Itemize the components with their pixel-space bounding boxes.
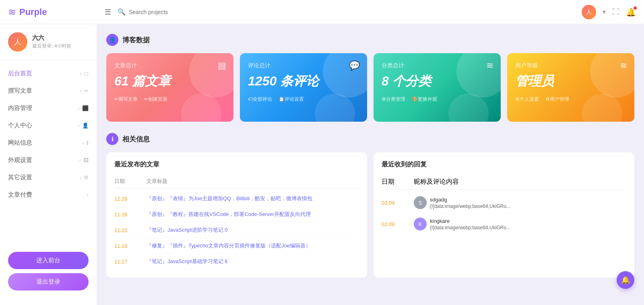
sidebar-item-dashboard[interactable]: 后台首页 ‹ ◻ [0, 65, 97, 82]
info-grid: 最近发布的文章 日期 文章标题 12.28 『原创』『表情』为Joe主题增加QQ… [106, 152, 634, 278]
logo-icon: ≋ [8, 6, 16, 18]
article-link[interactable]: 『原创』『表情』为Joe主题增加QQ，Bilibili，酷安，贴吧，微博表情包 [147, 195, 359, 202]
chevron-left-icon: ‹ [79, 157, 81, 163]
commenter-name: sdgadg [430, 197, 510, 203]
recent-comments-title: 最近收到的回复 [382, 160, 626, 169]
comments-table: 日期 昵称及评论内容 02.09 S sdgadg {![data:image/… [382, 174, 626, 235]
floating-bell-icon: 🔔 [621, 276, 630, 284]
personal-settings-link[interactable]: ⚙个人设置 [515, 96, 539, 103]
sidebar-item-site-info[interactable]: 网站信息 ‹ ℹ [0, 134, 97, 151]
col-date-label: 日期 [382, 178, 414, 186]
frontend-button[interactable]: 进入前台 [8, 252, 89, 269]
sidebar: 人 六六 最后登录: 4小时前 后台首页 ‹ ◻ 撰写文章 ‹ ✏ 内容管理 ‹… [0, 24, 97, 305]
expand-icon[interactable]: ⛶ [612, 8, 619, 16]
sidebar-item-personal[interactable]: 个人中心 ‹ 👤 [0, 117, 97, 134]
recent-articles-title: 最近发布的文章 [114, 160, 359, 169]
create-page-link[interactable]: ✏创建页面 [144, 96, 167, 103]
change-theme-link[interactable]: 🎨更换外观 [412, 96, 437, 103]
row-date: 11.17 [114, 259, 147, 265]
user-manage-link[interactable]: ⚙用户管理 [545, 96, 569, 103]
article-link[interactable]: 『原创』『教程』搭建在线VSCode，部署Code-Server并配置反向代理 [147, 211, 359, 218]
floating-notification-button[interactable]: 🔔 [617, 271, 634, 289]
col-title-label: 文章标题 [147, 178, 359, 185]
sidebar-avatar: 人 [8, 32, 27, 52]
comment-content: {![data:image/webp;base64,UklGRu... [430, 203, 510, 209]
logout-button[interactable]: 退出登录 [8, 273, 89, 290]
category-manage-link[interactable]: ⚙分类管理 [382, 96, 405, 103]
content-icon: ⬛ [82, 105, 89, 111]
commenter-avatar: S [414, 196, 427, 209]
article-link[interactable]: 『笔记』JavaScript基础学习笔记 6 [147, 258, 359, 265]
sidebar-item-paid[interactable]: 文章付费 ‹ [0, 186, 97, 203]
comments-actions: 🏷全部评论 📋评论设置 [248, 96, 359, 103]
comment-content: {![data:image/webp;base64,UklGRs... [430, 225, 510, 230]
sidebar-item-write[interactable]: 撰写文章 ‹ ✏ [0, 82, 97, 100]
all-comments-link[interactable]: 🏷全部评论 [248, 96, 272, 103]
comment-date: 02.09 [382, 221, 414, 227]
notification-bell[interactable]: 🔔 [626, 7, 636, 17]
gear-icon: ⚙ [84, 174, 89, 181]
info-icon: ℹ [87, 140, 89, 146]
related-info-icon: ℹ [106, 133, 118, 145]
articles-table: 日期 文章标题 12.28 『原创』『表情』为Joe主题增加QQ，Bilibil… [114, 174, 359, 270]
chevron-left-icon: ‹ [78, 105, 80, 111]
stat-card-categories: ≋ 分类总计 8 个分类 ⚙分类管理 🎨更换外观 [374, 53, 501, 122]
sidebar-item-settings[interactable]: 其它设置 ‹ ⚙ [0, 169, 97, 186]
sidebar-buttons: 进入前台 退出登录 [0, 245, 97, 297]
card-bg-circle-1 [456, 53, 501, 98]
avatar[interactable]: 人 [582, 5, 596, 19]
articles-label: 文章总计 [114, 62, 225, 69]
table-row: 11.18 『修复』『插件』Typecho文章内容分页插件修复版（适配Joe编辑… [114, 238, 359, 254]
table-row: 11.26 『原创』『教程』搭建在线VSCode，部署Code-Server并配… [114, 207, 359, 222]
comment-row: 02.09 S sdgadg {![data:image/webp;base64… [382, 192, 626, 214]
col-date-label: 日期 [114, 178, 147, 185]
sidebar-user: 人 六六 最后登录: 4小时前 [0, 32, 97, 60]
header-right: 人 ▾ ⛶ 🔔 [582, 5, 636, 19]
comments-label: 评论总计 [248, 62, 359, 69]
comment-settings-link[interactable]: 📋评论设置 [279, 96, 304, 103]
layout: 人 六六 最后登录: 4小时前 后台首页 ‹ ◻ 撰写文章 ‹ ✏ 内容管理 ‹… [0, 24, 644, 305]
userlevel-label: 用户等级 [515, 62, 626, 69]
comment-date: 02.09 [382, 200, 414, 206]
article-link[interactable]: 『笔记』JavaScript进阶学习笔记 0 [147, 226, 359, 234]
col-user-label: 昵称及评论内容 [414, 178, 626, 186]
row-date: 12.28 [114, 196, 147, 202]
card-bg-circle-1 [323, 53, 367, 98]
row-date: 11.22 [114, 227, 147, 233]
search-input[interactable] [129, 9, 209, 15]
table-row: 11.17 『笔记』JavaScript基础学习笔记 6 [114, 254, 359, 270]
article-link[interactable]: 『修复』『插件』Typecho文章内容分页插件修复版（适配Joe编辑器） [147, 242, 359, 249]
notification-dot [634, 6, 637, 10]
sidebar-nav: 后台首页 ‹ ◻ 撰写文章 ‹ ✏ 内容管理 ‹ ⬛ 个人中心 ‹ 👤 网站信息… [0, 65, 97, 245]
articles-actions: ✏撰写文章 ✏创建页面 [114, 96, 225, 103]
card-bg-circle-1 [590, 53, 634, 98]
header: ≋ Purple ☰ 🔍 人 ▾ ⛶ 🔔 [0, 0, 644, 24]
comment-user: K kingkare {![data:image/webp;base64,Ukl… [414, 218, 626, 230]
card-bg-circle-1 [189, 53, 233, 98]
comment-user: S sdgadg {![data:image/webp;base64,UklGR… [414, 196, 626, 209]
chevron-left-icon: ‹ [80, 88, 82, 94]
table-row: 12.28 『原创』『表情』为Joe主题增加QQ，Bilibili，酷安，贴吧，… [114, 191, 359, 207]
recent-comments-card: 最近收到的回复 日期 昵称及评论内容 02.09 S sdgadg {![dat… [374, 152, 634, 278]
table-row: 11.22 『笔记』JavaScript进阶学习笔记 0 [114, 222, 359, 238]
logo-text: Purple [19, 7, 47, 17]
avatar-dropdown-icon[interactable]: ▾ [603, 8, 606, 16]
menu-toggle-icon[interactable]: ☰ [105, 8, 111, 17]
recent-articles-card: 最近发布的文章 日期 文章标题 12.28 『原创』『表情』为Joe主题增加QQ… [106, 152, 367, 278]
related-info-title: 相关信息 [122, 135, 150, 144]
sidebar-username: 六六 [32, 34, 71, 42]
related-info-header: ℹ 相关信息 [106, 133, 634, 145]
write-article-link[interactable]: ✏撰写文章 [114, 96, 138, 103]
blog-data-header: 👤 博客数据 [106, 34, 634, 46]
sidebar-item-appearance[interactable]: 外观设置 ‹ 🖼 [0, 151, 97, 169]
main-content: 👤 博客数据 ▤ 文章总计 61 篇文章 ✏撰写文章 ✏创建页面 💬 [97, 24, 644, 305]
chevron-left-icon: ‹ [78, 122, 80, 129]
sidebar-item-content[interactable]: 内容管理 ‹ ⬛ [0, 100, 97, 117]
userlevel-actions: ⚙个人设置 ⚙用户管理 [515, 96, 626, 103]
row-date: 11.26 [114, 212, 147, 218]
comments-table-header: 日期 昵称及评论内容 [382, 174, 626, 190]
stat-card-comments: 💬 评论总计 1250 条评论 🏷全部评论 📋评论设置 [240, 53, 367, 122]
stat-card-userlevel: ≋ 用户等级 管理员 ⚙个人设置 ⚙用户管理 [507, 53, 634, 122]
user-icon: 👤 [82, 122, 89, 129]
chevron-left-icon: ‹ [80, 71, 82, 77]
